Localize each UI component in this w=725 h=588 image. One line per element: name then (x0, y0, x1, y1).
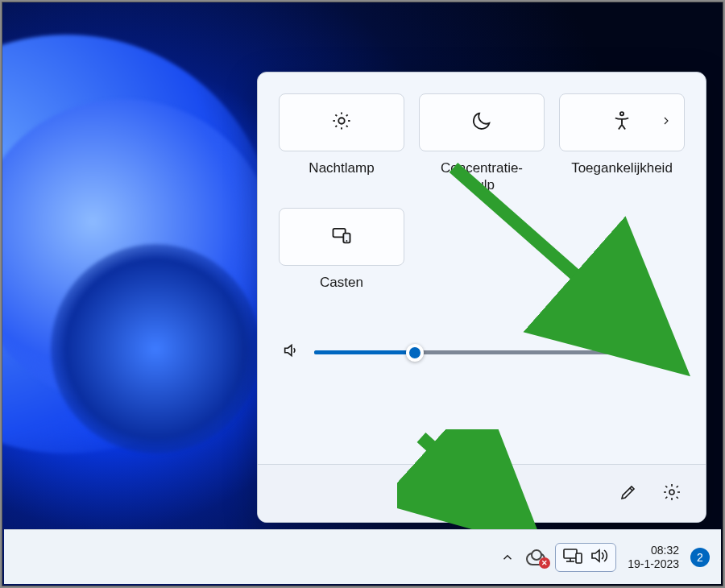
brightness-icon (330, 110, 353, 135)
clock-date: 19-1-2023 (628, 557, 679, 571)
volume-more-chevron[interactable] (665, 342, 682, 362)
gear-icon (662, 482, 682, 505)
wallpaper-swirl (51, 244, 260, 453)
tile-focus-assist[interactable] (419, 93, 545, 151)
taskbar: 08:32 19-1-2023 2 (4, 529, 721, 584)
svg-rect-19 (576, 553, 582, 563)
volume-slider[interactable] (314, 344, 651, 360)
edit-quick-settings-button[interactable] (609, 474, 648, 513)
svg-point-9 (620, 112, 624, 115)
volume-icon (282, 342, 300, 362)
tile-accessibility[interactable] (559, 93, 685, 151)
svg-line-6 (346, 126, 348, 127)
moon-icon (470, 110, 493, 135)
systray-button[interactable] (555, 543, 616, 572)
svg-rect-16 (564, 549, 577, 558)
tile-label-nightlight: Nachtlamp (309, 159, 374, 195)
svg-line-8 (346, 114, 348, 116)
accessibility-icon (611, 110, 633, 135)
tile-cast[interactable] (279, 208, 404, 266)
svg-point-13 (669, 490, 674, 495)
tray-overflow-button[interactable] (497, 547, 518, 568)
svg-line-5 (335, 114, 337, 116)
clock-time: 08:32 (628, 544, 679, 557)
cast-icon (330, 224, 353, 250)
tile-label-focus-assist: Concentratie- hulp (441, 159, 523, 195)
onedrive-status-icon[interactable] (526, 547, 547, 568)
error-badge-icon (539, 557, 550, 569)
svg-line-7 (335, 126, 337, 127)
quick-settings-panel: Nachtlamp Concentratie- hulp (257, 72, 706, 523)
network-icon (562, 547, 583, 568)
quick-settings-footer (258, 464, 706, 522)
open-settings-button[interactable] (652, 474, 691, 513)
chevron-right-icon (660, 114, 673, 130)
volume-tray-icon (590, 547, 609, 568)
tile-label-cast: Casten (320, 274, 363, 309)
svg-point-12 (346, 240, 347, 242)
notification-count-badge[interactable]: 2 (690, 548, 710, 567)
tile-label-accessibility: Toegankelijkheid (571, 159, 673, 195)
desktop-background: Nachtlamp Concentratie- hulp (2, 2, 723, 586)
taskbar-clock[interactable]: 08:32 19-1-2023 (628, 544, 679, 571)
tile-nightlight[interactable] (279, 93, 404, 151)
pencil-icon (619, 482, 638, 505)
svg-point-0 (338, 118, 344, 123)
